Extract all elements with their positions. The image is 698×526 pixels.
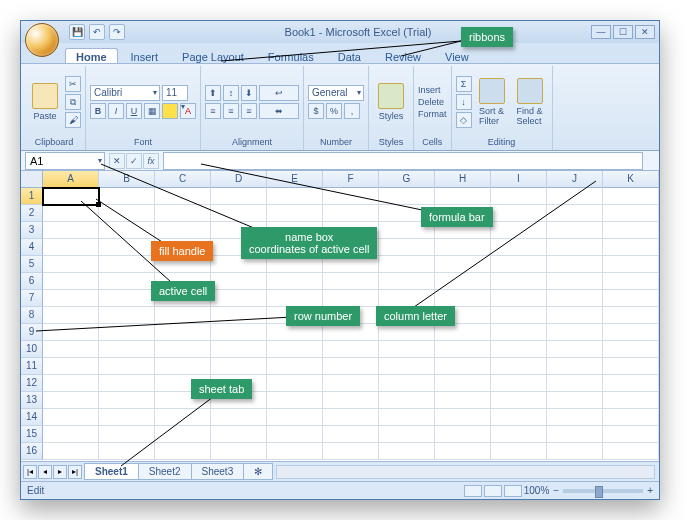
cell[interactable] xyxy=(99,205,155,222)
percent-button[interactable]: % xyxy=(326,103,342,119)
cell[interactable] xyxy=(267,358,323,375)
first-sheet-button[interactable]: |◂ xyxy=(23,465,37,479)
sheet-tab[interactable]: Sheet1 xyxy=(84,463,139,480)
column-header[interactable]: F xyxy=(323,171,379,188)
cell[interactable] xyxy=(379,375,435,392)
cell[interactable] xyxy=(99,375,155,392)
tab-insert[interactable]: Insert xyxy=(120,48,170,63)
column-header[interactable]: B xyxy=(99,171,155,188)
cell[interactable] xyxy=(547,358,603,375)
cell[interactable] xyxy=(491,307,547,324)
row-header[interactable]: 6 xyxy=(21,273,43,290)
cell[interactable] xyxy=(99,409,155,426)
bold-button[interactable]: B xyxy=(90,103,106,119)
cell[interactable] xyxy=(603,273,659,290)
cell[interactable] xyxy=(155,188,211,205)
column-header[interactable]: C xyxy=(155,171,211,188)
cell[interactable] xyxy=(99,222,155,239)
format-button[interactable]: Format xyxy=(418,109,447,119)
cell[interactable] xyxy=(603,222,659,239)
cell[interactable] xyxy=(211,409,267,426)
cell[interactable] xyxy=(99,188,155,205)
cell[interactable] xyxy=(267,324,323,341)
cell[interactable] xyxy=(211,341,267,358)
cell[interactable] xyxy=(491,443,547,460)
cell[interactable] xyxy=(267,409,323,426)
cell[interactable] xyxy=(155,205,211,222)
cell[interactable] xyxy=(379,239,435,256)
align-center[interactable]: ≡ xyxy=(223,103,239,119)
cell[interactable] xyxy=(43,409,99,426)
cell[interactable] xyxy=(323,341,379,358)
formula-bar[interactable] xyxy=(163,152,643,170)
cell[interactable] xyxy=(491,222,547,239)
cell[interactable] xyxy=(491,392,547,409)
cell[interactable] xyxy=(323,426,379,443)
cell[interactable] xyxy=(267,188,323,205)
cell[interactable] xyxy=(491,426,547,443)
cell[interactable] xyxy=(491,358,547,375)
cell[interactable] xyxy=(435,188,491,205)
cell[interactable] xyxy=(323,188,379,205)
zoom-out-button[interactable]: − xyxy=(553,485,559,496)
cell[interactable] xyxy=(211,205,267,222)
cell[interactable] xyxy=(211,358,267,375)
cell[interactable] xyxy=(267,205,323,222)
cell[interactable] xyxy=(155,409,211,426)
cell[interactable] xyxy=(99,426,155,443)
row-header[interactable]: 5 xyxy=(21,256,43,273)
column-header[interactable]: E xyxy=(267,171,323,188)
cell[interactable] xyxy=(99,358,155,375)
cell[interactable] xyxy=(211,273,267,290)
cell[interactable] xyxy=(379,341,435,358)
cell[interactable] xyxy=(323,409,379,426)
cell[interactable] xyxy=(547,290,603,307)
cell[interactable] xyxy=(491,188,547,205)
cell[interactable] xyxy=(323,375,379,392)
cell[interactable] xyxy=(43,375,99,392)
close-button[interactable]: ✕ xyxy=(635,25,655,39)
cell[interactable] xyxy=(547,307,603,324)
cell[interactable] xyxy=(547,256,603,273)
cell[interactable] xyxy=(43,324,99,341)
comma-button[interactable]: , xyxy=(344,103,360,119)
row-header[interactable]: 8 xyxy=(21,307,43,324)
cell[interactable] xyxy=(491,273,547,290)
cell[interactable] xyxy=(491,341,547,358)
underline-button[interactable]: U xyxy=(126,103,142,119)
cell[interactable] xyxy=(491,205,547,222)
italic-button[interactable]: I xyxy=(108,103,124,119)
cell[interactable] xyxy=(435,273,491,290)
tab-home[interactable]: Home xyxy=(65,48,118,63)
next-sheet-button[interactable]: ▸ xyxy=(53,465,67,479)
redo-icon[interactable]: ↷ xyxy=(109,24,125,40)
row-header[interactable]: 1 xyxy=(21,188,43,205)
cell[interactable] xyxy=(547,205,603,222)
cell[interactable] xyxy=(323,392,379,409)
clear-button[interactable]: ◇ xyxy=(456,112,472,128)
column-header[interactable]: K xyxy=(603,171,659,188)
cell[interactable] xyxy=(603,307,659,324)
column-header[interactable]: G xyxy=(379,171,435,188)
cell[interactable] xyxy=(603,205,659,222)
cell[interactable] xyxy=(603,290,659,307)
cell[interactable] xyxy=(603,409,659,426)
cell[interactable] xyxy=(211,324,267,341)
cell[interactable] xyxy=(43,188,99,205)
row-header[interactable]: 14 xyxy=(21,409,43,426)
font-size-select[interactable]: 11 xyxy=(162,85,188,101)
sheet-tab[interactable]: Sheet2 xyxy=(138,463,192,480)
cell[interactable] xyxy=(603,375,659,392)
row-header[interactable]: 2 xyxy=(21,205,43,222)
cell[interactable] xyxy=(491,239,547,256)
cell[interactable] xyxy=(491,324,547,341)
cell[interactable] xyxy=(435,375,491,392)
cell[interactable] xyxy=(603,324,659,341)
cell[interactable] xyxy=(99,392,155,409)
cell[interactable] xyxy=(43,307,99,324)
row-header[interactable]: 3 xyxy=(21,222,43,239)
cell[interactable] xyxy=(435,426,491,443)
cell[interactable] xyxy=(43,205,99,222)
cell[interactable] xyxy=(99,290,155,307)
cell[interactable] xyxy=(43,290,99,307)
